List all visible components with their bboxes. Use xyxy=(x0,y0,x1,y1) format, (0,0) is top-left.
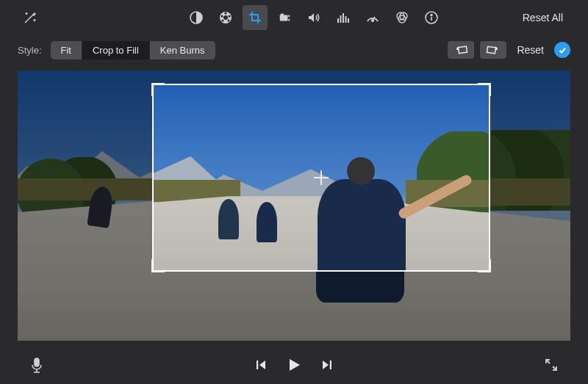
info-icon[interactable] xyxy=(419,5,444,30)
fullscreen-button[interactable] xyxy=(544,358,559,372)
crop-style-bar: Style: Fit Crop to Fill Ken Burns Reset xyxy=(0,35,588,65)
svg-rect-14 xyxy=(343,13,344,23)
auto-enhance-icon[interactable] xyxy=(18,5,43,30)
color-wheel-icon[interactable] xyxy=(213,5,238,30)
play-button[interactable] xyxy=(285,356,303,374)
crop-center-crosshair-icon xyxy=(314,170,329,185)
svg-point-17 xyxy=(372,20,374,22)
crop-handle-bottom-right[interactable] xyxy=(478,259,491,272)
svg-rect-23 xyxy=(459,46,467,53)
svg-point-3 xyxy=(225,12,227,14)
svg-point-22 xyxy=(431,15,432,16)
volume-icon[interactable] xyxy=(301,5,326,30)
crop-handle-bottom-left[interactable] xyxy=(151,259,165,272)
previous-frame-button[interactable] xyxy=(254,358,268,372)
apply-crop-button[interactable] xyxy=(554,42,570,58)
video-preview[interactable] xyxy=(18,70,570,341)
crop-handle-top-right[interactable] xyxy=(478,83,491,96)
equalizer-icon[interactable] xyxy=(331,5,356,30)
color-filter-icon[interactable] xyxy=(390,5,415,30)
crop-handle-top-left[interactable] xyxy=(151,83,165,96)
svg-point-4 xyxy=(229,15,231,17)
adjustments-toolbar: Reset All xyxy=(0,0,588,35)
svg-rect-11 xyxy=(289,19,290,21)
svg-rect-16 xyxy=(348,18,349,23)
style-segmented-control: Fit Crop to Fill Ken Burns xyxy=(51,41,215,59)
svg-rect-10 xyxy=(289,15,290,17)
reset-crop-button[interactable]: Reset xyxy=(512,44,548,56)
svg-rect-26 xyxy=(257,361,258,369)
svg-rect-13 xyxy=(340,15,342,23)
speed-icon[interactable] xyxy=(360,5,385,30)
svg-rect-12 xyxy=(337,18,339,23)
svg-rect-25 xyxy=(35,358,39,366)
svg-rect-8 xyxy=(280,15,288,21)
svg-point-6 xyxy=(222,19,224,21)
style-fit-button[interactable]: Fit xyxy=(51,41,82,59)
rotate-ccw-button[interactable] xyxy=(448,41,474,59)
style-label: Style: xyxy=(18,45,42,56)
svg-point-7 xyxy=(221,15,223,17)
color-balance-icon[interactable] xyxy=(184,5,209,30)
svg-point-2 xyxy=(223,15,228,20)
stabilize-icon[interactable] xyxy=(272,5,297,30)
svg-rect-24 xyxy=(487,46,496,53)
svg-point-5 xyxy=(228,19,230,21)
crop-icon[interactable] xyxy=(243,5,268,30)
reset-all-button[interactable]: Reset All xyxy=(515,7,570,28)
style-ken-burns-button[interactable]: Ken Burns xyxy=(150,41,215,59)
style-crop-to-fill-button[interactable]: Crop to Fill xyxy=(82,41,150,59)
svg-rect-27 xyxy=(330,361,331,369)
voiceover-record-button[interactable] xyxy=(29,357,44,373)
svg-rect-9 xyxy=(281,14,284,16)
playback-bar xyxy=(0,346,588,384)
svg-rect-15 xyxy=(345,16,347,23)
next-frame-button[interactable] xyxy=(320,358,334,372)
rotate-cw-button[interactable] xyxy=(480,41,506,59)
crop-rectangle[interactable] xyxy=(152,84,490,272)
